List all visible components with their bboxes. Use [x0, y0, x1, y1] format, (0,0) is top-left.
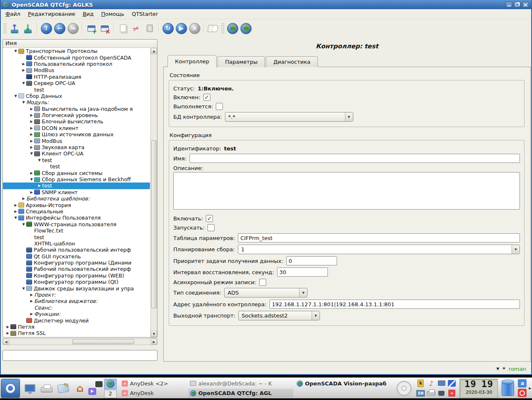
tree-item[interactable]: test [3, 163, 150, 170]
to-enable-checkbox[interactable] [206, 215, 213, 222]
expander-icon[interactable]: ▶ [29, 293, 34, 297]
cut-item-button[interactable]: ✂ [130, 21, 143, 35]
tree-item[interactable]: Конфигуратор программы (Динами [3, 260, 150, 266]
tree-item[interactable]: ▶Звуковая карта [3, 144, 150, 150]
tree-horizontal-scrollbar[interactable]: ◀ ▶ [2, 338, 157, 345]
tree-item[interactable]: Собственный протокол OpenSCADA [3, 54, 150, 60]
desktop-pager[interactable]: 2 [104, 390, 117, 398]
tree-item[interactable]: Сеанс: [3, 305, 150, 311]
expander-icon[interactable]: ▶ [5, 331, 10, 335]
refresh-button[interactable]: ↻ [161, 21, 175, 35]
tree-item[interactable]: Рабочий пользовательский интерф [3, 247, 150, 253]
expander-icon[interactable]: ▼ [13, 94, 18, 98]
expander-icon[interactable]: ▶ [29, 312, 34, 316]
restore-timeout-input[interactable] [277, 268, 328, 277]
menu-2[interactable]: Редактирование [25, 10, 78, 18]
taskbar-task[interactable]: alexandr@DebScada: ~ - K [188, 379, 293, 388]
expander-icon[interactable]: ▶ [29, 299, 34, 303]
tree-item[interactable]: ▶SNMP клиент [3, 189, 150, 195]
expander-icon[interactable]: ▼ [37, 158, 42, 162]
expander-icon[interactable]: ▶ [5, 325, 10, 329]
tree-item[interactable]: ▼WWW-страница пользователя [3, 221, 150, 228]
scroll-thumb-h[interactable] [72, 339, 134, 344]
tree-item[interactable]: ▶test [3, 182, 150, 189]
scroll-right-icon[interactable]: ▶ [151, 339, 157, 345]
qtcfg-app-button[interactable] [226, 21, 239, 35]
go-back-button[interactable]: ← [53, 21, 66, 35]
paste-item-button[interactable] [143, 21, 156, 35]
tree-item[interactable]: ▶DCON клиент [3, 125, 150, 131]
anydesk-tray-icon[interactable]: » [447, 389, 457, 398]
terminal-launcher[interactable] [95, 381, 102, 387]
toolbar-grip[interactable] [221, 23, 224, 34]
expander-icon[interactable]: ▼ [29, 178, 34, 181]
menu-5[interactable]: QTStarter [129, 10, 161, 18]
task-priority-input[interactable] [286, 256, 337, 265]
enabled-checkbox[interactable] [203, 94, 210, 101]
async-write-checkbox[interactable] [259, 279, 266, 286]
controller-db-combo[interactable]: *.* ▼ [225, 112, 353, 122]
tree-item[interactable]: test [3, 234, 150, 240]
expander-icon[interactable]: ▶ [37, 184, 42, 188]
tree-item[interactable]: ▶Библиотека шаблонов: [3, 195, 150, 202]
taskbar-task[interactable]: OpenSCADA Vision-разраб [295, 379, 391, 388]
tree-item[interactable]: FlowTec.txt [3, 228, 150, 234]
tree-item[interactable]: Qt GUI пускатель [3, 253, 150, 260]
expander-icon[interactable]: ▶ [21, 197, 26, 200]
restore-button[interactable] [514, 2, 521, 8]
expander-icon[interactable]: ▶ [29, 190, 34, 194]
name-input[interactable] [190, 154, 520, 163]
minimize-button[interactable] [505, 2, 512, 8]
expander-icon[interactable]: ▶ [29, 132, 34, 136]
tree-item[interactable]: ▶Петля [3, 324, 150, 330]
tree-item[interactable]: ▼Сбор Данных [3, 93, 150, 99]
tab-parameters[interactable]: Параметры [217, 56, 265, 67]
remote-address-input[interactable] [270, 300, 520, 309]
tree-item[interactable]: ▶Пользовательский протокол [3, 61, 150, 67]
expander-icon[interactable]: ▶ [29, 171, 34, 175]
parameters-table-input[interactable] [238, 233, 520, 242]
tree-item[interactable]: ▼Сервер OPC-UA [3, 80, 150, 86]
manual-button[interactable] [206, 21, 220, 35]
add-item-button[interactable]: + [85, 21, 98, 35]
taskbar-task[interactable]: AnyDesk [120, 389, 187, 398]
running-checkbox[interactable] [216, 103, 223, 110]
clock-applet[interactable]: 19 19 2020-03-30 [460, 379, 498, 398]
scroll-up-icon[interactable]: ▲ [151, 48, 157, 54]
acquisition-schedule-combo[interactable]: 1 ▼ [238, 245, 520, 254]
tree-item[interactable]: ▶Сбор данных системы [3, 170, 150, 176]
save-to-db-button[interactable]: ↓ [21, 21, 35, 35]
tab-diagnostics[interactable]: Диагностика [266, 56, 318, 67]
copy-item-button[interactable] [116, 21, 130, 35]
load-from-db-button[interactable]: ↑ [8, 21, 21, 35]
tree-item[interactable]: ▼Транспортные Протоколы [3, 48, 150, 54]
scroll-left-icon[interactable]: ◀ [3, 339, 9, 345]
scroll-thumb[interactable] [151, 140, 157, 308]
expander-icon[interactable]: ▶ [21, 62, 26, 66]
tree-item[interactable]: HTTP-реализация [3, 74, 150, 80]
tree-item[interactable]: ▶Специальные [3, 208, 150, 215]
printer-tray-icon[interactable] [426, 389, 436, 398]
tree-item[interactable]: ▶Библиотека виджетов: [3, 298, 150, 304]
tree-item[interactable]: ▶Вычислитель на Java-подобном я [3, 106, 150, 112]
tree-item[interactable]: ▼test [3, 157, 150, 163]
status-dropdown-icon[interactable]: ▼ [496, 367, 499, 371]
tree-item[interactable]: ▶Функции: [3, 311, 150, 317]
expander-icon[interactable]: ▶ [29, 107, 34, 111]
tree-item[interactable]: ▶Проект: [3, 292, 150, 298]
tree-item[interactable]: ▼Сбор данных Siemens и Beckhoff [3, 176, 150, 182]
toolbar-grip[interactable] [3, 23, 6, 34]
output-transport-combo[interactable]: Sockets.adstest2 ▼ [238, 311, 320, 320]
expander-icon[interactable]: ▶ [29, 126, 34, 130]
to-start-checkbox[interactable] [207, 224, 215, 231]
tree-item[interactable]: ▶ModBus [3, 138, 150, 144]
scroll-down-icon[interactable]: ▼ [151, 331, 157, 337]
expander-icon[interactable]: ▼ [29, 152, 34, 155]
tree-item[interactable]: ▶Архивы-История [3, 202, 150, 208]
expander-icon[interactable]: ▶ [29, 145, 34, 149]
expander-icon[interactable]: ▼ [21, 222, 26, 226]
expander-icon[interactable]: ▼ [13, 49, 18, 53]
kde-menu-button[interactable] [1, 379, 20, 398]
close-button[interactable] [522, 2, 529, 8]
snapshot-tray-icon[interactable] [447, 379, 457, 388]
